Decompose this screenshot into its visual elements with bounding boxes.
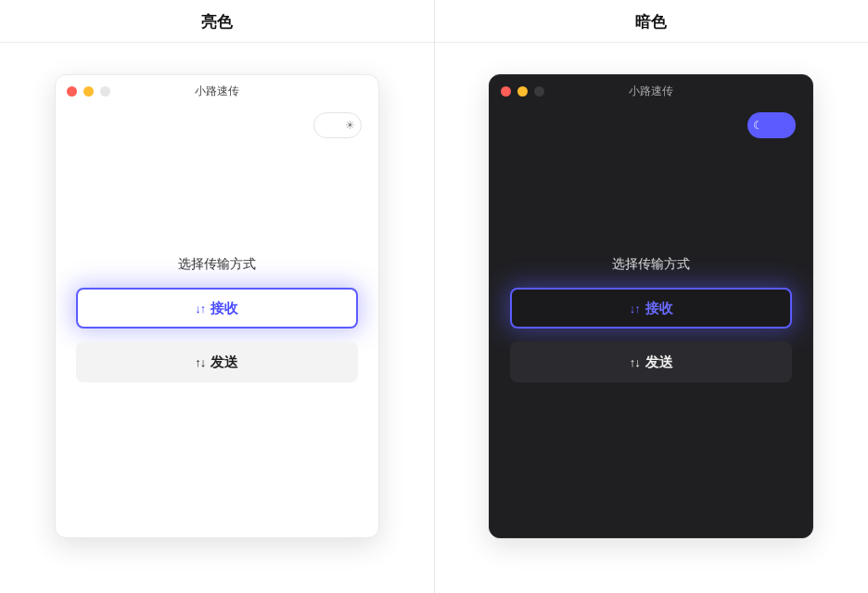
send-button[interactable]: ↑↓ 发送 [510,342,792,382]
transfer-prompt: 选择传输方式 [612,256,690,273]
titlebar: 小路速传 [490,75,812,103]
close-icon[interactable] [67,86,77,97]
app-window-light: 小路速传 ☀ 选择传输方式 ↓↑ 接收 ↑↓ 发送 [55,74,379,538]
receive-icon: ↓↑ [195,302,205,316]
traffic-lights [501,86,544,97]
button-group: ↓↑ 接收 ↑↓ 发送 [76,288,358,382]
transfer-prompt: 选择传输方式 [178,256,256,273]
receive-label: 接收 [211,300,238,317]
close-icon[interactable] [501,86,511,97]
titlebar: 小路速传 [56,75,378,103]
zoom-icon[interactable] [534,86,544,97]
content-area: 选择传输方式 ↓↑ 接收 ↑↓ 发送 [56,101,378,537]
minimize-icon[interactable] [517,86,528,97]
send-label: 发送 [211,354,238,371]
content-area: 选择传输方式 ↓↑ 接收 ↑↓ 发送 [490,101,812,537]
send-button[interactable]: ↑↓ 发送 [76,342,358,382]
pane-dark: 暗色 小路速传 ☾ 选择传输方式 ↓↑ [434,0,869,593]
traffic-lights [67,86,110,97]
divider [435,42,869,43]
pane-light: 亮色 小路速传 ☀ 选择传输方式 ↓↑ [0,0,434,593]
send-icon: ↑↓ [195,355,205,369]
minimize-icon[interactable] [83,86,94,97]
divider [0,42,434,43]
split-view: 亮色 小路速传 ☀ 选择传输方式 ↓↑ [0,0,868,593]
receive-label: 接收 [645,300,673,317]
pane-title-dark: 暗色 [635,0,667,42]
receive-button[interactable]: ↓↑ 接收 [510,288,792,329]
button-group: ↓↑ 接收 ↑↓ 发送 [510,288,792,382]
app-window-dark: 小路速传 ☾ 选择传输方式 ↓↑ 接收 ↑↓ 发送 [489,74,813,538]
receive-button[interactable]: ↓↑ 接收 [76,288,358,329]
zoom-icon[interactable] [100,86,110,97]
send-icon: ↑↓ [630,355,640,369]
receive-icon: ↓↑ [630,302,640,316]
pane-title-light: 亮色 [201,0,233,42]
send-label: 发送 [645,354,673,371]
